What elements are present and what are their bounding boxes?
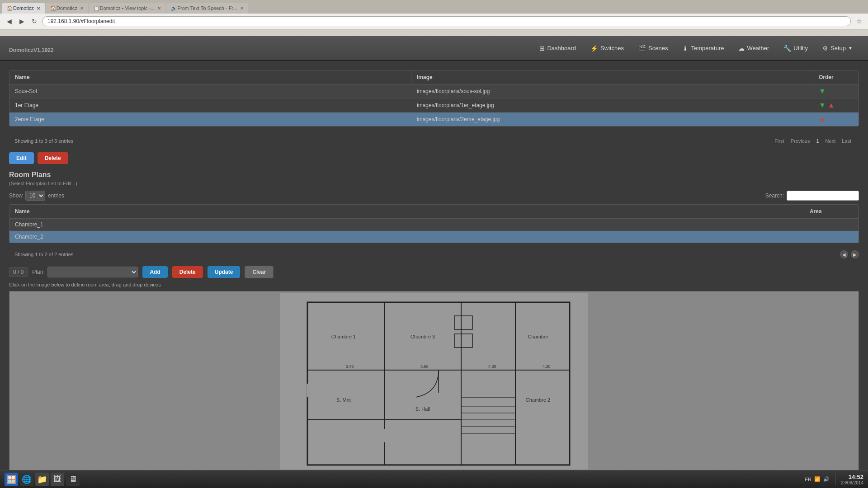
- order-down-icon-2[interactable]: ▼: [819, 101, 826, 109]
- tab-label-4: From Text To Speech - Fr...: [177, 5, 237, 11]
- browser-actions: ☆: [854, 17, 863, 26]
- plan-controls: 0 / 0 Plan Add Delete Update Clear: [9, 262, 859, 282]
- tab-1[interactable]: 🏠 Domoticz ✕: [2, 3, 45, 14]
- add-button[interactable]: Add: [142, 266, 167, 278]
- star-button[interactable]: ☆: [854, 17, 863, 26]
- nav-weather-label: Weather: [747, 45, 769, 52]
- clear-button[interactable]: Clear: [245, 266, 274, 278]
- tab-4[interactable]: 🔊 From Text To Speech - Fr... ✕: [166, 3, 248, 14]
- tab-close-2[interactable]: ✕: [80, 6, 84, 11]
- plan-select[interactable]: [47, 267, 138, 277]
- search-input[interactable]: [787, 191, 859, 201]
- svg-text:Chambre: Chambre: [528, 334, 548, 339]
- svg-text:4.30: 4.30: [542, 364, 551, 369]
- tab-favicon-4: 🔊: [171, 5, 177, 11]
- nav-scenes[interactable]: 🎬 Scenes: [632, 42, 674, 55]
- svg-text:Chambre 3: Chambre 3: [410, 334, 435, 339]
- nav-setup[interactable]: ⚙ Setup ▼: [816, 42, 859, 55]
- tab-close-4[interactable]: ✕: [240, 6, 244, 11]
- weather-icon: ☁: [738, 45, 745, 52]
- room-plans-table: Name Area Chambre_1 Chambre_2: [9, 204, 859, 243]
- nav-temperature[interactable]: 🌡 Temperature: [676, 42, 730, 55]
- clock-date: 23/08/2014: [841, 480, 863, 485]
- temperature-icon: 🌡: [682, 45, 689, 52]
- setup-icon: ⚙: [822, 45, 828, 52]
- taskbar-left: 🪟 🌐 📁 🖼 🖥: [5, 473, 80, 486]
- svg-text:4.30: 4.30: [488, 364, 496, 369]
- floorplans-col-image: Image: [411, 70, 813, 84]
- floorplans-btn-row: Edit Delete: [9, 152, 859, 164]
- nav-switches[interactable]: ⚡ Switches: [584, 42, 630, 55]
- order-down-icon-1[interactable]: ▼: [819, 87, 826, 95]
- instructions: Click on the image below to define room …: [9, 282, 859, 287]
- volume-icon: 🔊: [823, 476, 830, 482]
- delete-button[interactable]: Delete: [38, 152, 68, 164]
- tab-favicon-3: 📋: [94, 5, 100, 11]
- room-plans-subtitle: (Select Floorplan first to Edit...): [9, 181, 859, 186]
- taskbar-separator: [835, 474, 835, 485]
- delete-plan-button[interactable]: Delete: [172, 266, 203, 278]
- nav-weather[interactable]: ☁ Weather: [732, 42, 775, 55]
- rp-row-2[interactable]: Chambre_2: [9, 231, 859, 243]
- sys-tray: FR 📶 🔊: [805, 476, 830, 482]
- rp-pagination-icons: ◀ ▶: [840, 250, 859, 258]
- tab-close-1[interactable]: ✕: [37, 6, 40, 11]
- floorplan-row-1[interactable]: Sous-Sol images/floorplans/sous-sol.jpg …: [9, 84, 859, 99]
- svg-text:S. Mnt: S. Mnt: [336, 397, 351, 403]
- tab-bar: 🏠 Domoticz ✕ 🏠 Domoticz ✕ 📋 Domoticz • V…: [0, 0, 868, 14]
- order-icons-3: ▲: [819, 115, 826, 123]
- clock-time: 14:52: [841, 474, 863, 480]
- lang-indicator: FR: [805, 477, 811, 482]
- chrome-taskbar-icon[interactable]: 🌐: [20, 473, 33, 486]
- nav-dashboard-label: Dashboard: [547, 45, 576, 52]
- rp-pag-prev[interactable]: ◀: [840, 250, 848, 258]
- rp-pag-next[interactable]: ▶: [851, 250, 859, 258]
- page-last[interactable]: Last: [840, 137, 854, 145]
- tab-close-3[interactable]: ✕: [157, 6, 161, 11]
- floorplans-col-order: Order: [813, 70, 859, 84]
- page-first[interactable]: First: [772, 137, 786, 145]
- back-button[interactable]: ◀: [5, 17, 14, 26]
- forward-button[interactable]: ▶: [17, 17, 26, 26]
- rp-area-1: [804, 219, 859, 230]
- nav-menu: ⊞ Dashboard ⚡ Switches 🎬 Scenes 🌡 Temper…: [533, 42, 859, 55]
- order-up-icon-3[interactable]: ▲: [819, 115, 826, 123]
- edit-button[interactable]: Edit: [9, 152, 34, 164]
- floorplan-row-3[interactable]: 2eme Etage images/floorplans/2eme_etage.…: [9, 113, 859, 126]
- start-button[interactable]: 🪟: [5, 473, 18, 486]
- order-up-icon-2[interactable]: ▲: [828, 101, 835, 109]
- taskbar: 🪟 🌐 📁 🖼 🖥 FR 📶 🔊 14:52 23/08/2014: [0, 470, 868, 488]
- svg-text:S. Hall: S. Hall: [415, 406, 430, 412]
- floorplans-table: Name Image Order Sous-Sol images/floorpl…: [9, 70, 859, 127]
- floorplans-showing-text: Showing 1 to 3 of 3 entries: [9, 136, 79, 146]
- floorplan-image-area[interactable]: Chambre 1 Chambre 3 Chambre S. Mnt S. Ha…: [9, 291, 859, 472]
- nav-utility[interactable]: 🔧 Utility: [777, 42, 814, 55]
- filter-row: Show 10 25 50 entries Search:: [9, 191, 859, 201]
- floorplan-name-3: 2eme Etage: [9, 113, 411, 126]
- terminal-taskbar-icon[interactable]: 🖥: [66, 473, 80, 486]
- page-next[interactable]: Next: [823, 137, 838, 145]
- media-taskbar-icon[interactable]: 🖼: [51, 473, 64, 486]
- page-1[interactable]: 1: [814, 137, 821, 145]
- show-select[interactable]: 10 25 50: [25, 191, 45, 201]
- nav-utility-label: Utility: [793, 45, 808, 52]
- floorplan-image-3: images/floorplans/2eme_etage.jpg: [411, 113, 813, 126]
- files-taskbar-icon[interactable]: 📁: [35, 473, 49, 486]
- coord-display: 0 / 0: [9, 267, 28, 277]
- floorplan-row-2[interactable]: 1er Etage images/floorplans/1er_etage.jp…: [9, 99, 859, 113]
- update-button[interactable]: Update: [208, 266, 241, 278]
- content-area: Name Image Order Sous-Sol images/floorpl…: [0, 61, 868, 481]
- svg-text:Chambre 1: Chambre 1: [331, 334, 356, 339]
- reload-button[interactable]: ↻: [30, 17, 39, 26]
- page-previous[interactable]: Previous: [788, 137, 812, 145]
- rp-showing-row: Showing 1 to 2 of 2 entries ◀ ▶: [9, 247, 859, 262]
- tab-3[interactable]: 📋 Domoticz • View topic -... ✕: [89, 3, 166, 14]
- address-input[interactable]: [42, 16, 851, 26]
- rp-row-1[interactable]: Chambre_1: [9, 219, 859, 231]
- nav-dashboard[interactable]: ⊞ Dashboard: [533, 42, 582, 55]
- tab-2[interactable]: 🏠 Domoticz ✕: [46, 3, 88, 14]
- rp-name-2: Chambre_2: [9, 231, 804, 243]
- floorplans-showing-row: Showing 1 to 3 of 3 entries First Previo…: [9, 133, 859, 149]
- nav-setup-label: Setup: [830, 45, 846, 52]
- search-label: Search:: [765, 192, 784, 199]
